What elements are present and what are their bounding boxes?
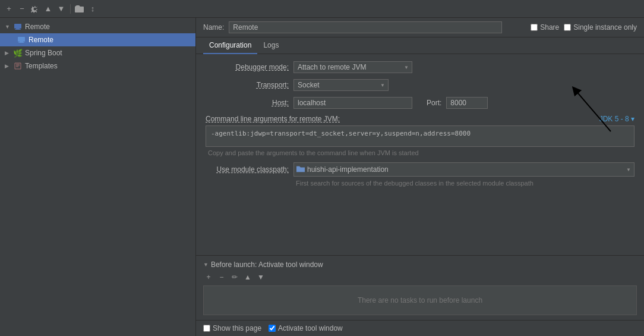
tab-content-configuration: Debugger mode: Attach to remote JVM List…: [196, 54, 644, 255]
svg-rect-1: [14, 24, 21, 29]
show-page-label: Show this page: [213, 324, 261, 332]
cmd-args-section: Command line arguments for remote JVM: J…: [206, 115, 634, 156]
transport-label: Transport:: [206, 81, 289, 89]
sidebar-spring-label: Spring Boot: [25, 49, 62, 57]
bl-add-btn[interactable]: +: [203, 272, 214, 282]
before-launch-header[interactable]: ▼ Before launch: Activate tool window: [203, 260, 637, 269]
svg-rect-6: [18, 42, 24, 43]
sidebar-item-remote-child[interactable]: Remote: [0, 33, 195, 46]
tab-logs[interactable]: Logs: [257, 37, 285, 54]
up-btn[interactable]: ▲: [43, 4, 53, 14]
activate-window-checkbox[interactable]: [269, 325, 276, 332]
remove-btn[interactable]: −: [17, 4, 27, 14]
debugger-mode-select-wrap: Attach to remote JVM Listen to remote JV…: [293, 61, 412, 73]
cmd-args-value: -agentlib:jdwp=transport=dt_socket,serve…: [211, 130, 471, 137]
header-right: Share Single instance only: [531, 23, 637, 32]
settings-btn[interactable]: [30, 4, 40, 14]
templates-icon: [13, 61, 23, 71]
host-port-row: Host: Port:: [206, 97, 634, 109]
module-classpath-select[interactable]: huishi-api-implementation: [293, 162, 634, 177]
cmd-header: Command line arguments for remote JVM: J…: [206, 115, 634, 123]
port-input[interactable]: [446, 97, 488, 109]
svg-rect-4: [18, 37, 25, 42]
host-input[interactable]: [293, 97, 412, 109]
right-panel: Name: Share Single instance only Configu…: [196, 18, 644, 336]
cmd-args-label: Command line arguments for remote JVM:: [206, 115, 340, 123]
single-instance-wrap: Single instance only: [564, 23, 637, 32]
sidebar-item-remote-root[interactable]: ▼ Remote: [0, 20, 195, 33]
spring-boot-icon: 🌿: [13, 48, 23, 58]
sidebar-remote-child-label: Remote: [29, 36, 53, 44]
module-classpath-row: Use module classpath: huishi-api-impleme…: [206, 162, 634, 177]
tree-arrow-templates: ▶: [5, 63, 11, 69]
sidebar-templates-label: Templates: [25, 62, 58, 70]
show-page-checkbox[interactable]: [203, 325, 210, 332]
add-btn[interactable]: +: [4, 4, 14, 14]
sort-btn[interactable]: ↕: [87, 4, 98, 14]
transport-select[interactable]: Socket Shared memory: [293, 79, 389, 91]
module-hint: First search for sources of the debugged…: [206, 179, 634, 188]
jdk-link[interactable]: JDK 5 - 8 ▾: [599, 115, 634, 123]
port-label: Port:: [427, 99, 441, 107]
cmd-hint: Copy and paste the arguments to the comm…: [206, 149, 634, 156]
before-launch-toolbar: + − ✏ ▲ ▼: [203, 272, 637, 282]
debugger-mode-label: Debugger mode:: [206, 63, 289, 71]
activate-window-wrap: Activate tool window: [269, 324, 343, 332]
show-page-wrap: Show this page: [203, 324, 261, 332]
bl-edit-btn[interactable]: ✏: [229, 272, 240, 282]
svg-rect-5: [20, 42, 23, 42]
name-input[interactable]: [229, 21, 502, 33]
cmd-args-box: -agentlib:jdwp=transport=dt_socket,serve…: [206, 125, 634, 147]
tree-arrow-remote: ▼: [5, 24, 11, 30]
before-launch-empty-text: There are no tasks to run before launch: [358, 296, 482, 304]
bl-down-btn[interactable]: ▼: [255, 272, 266, 282]
main-content: ▼ Remote Remote ▶: [0, 18, 644, 336]
sidebar-root-label: Remote: [25, 23, 50, 31]
footer: Show this page Activate tool window: [196, 320, 644, 336]
sidebar-item-spring-boot[interactable]: ▶ 🌿 Spring Boot: [0, 46, 195, 59]
single-instance-checkbox[interactable]: [564, 24, 571, 31]
config-header: Name: Share Single instance only: [196, 18, 644, 37]
module-select-wrap: huishi-api-implementation ▼: [293, 162, 634, 177]
toolbar-sep: [70, 4, 71, 14]
activate-window-label: Activate tool window: [278, 324, 343, 332]
tab-configuration[interactable]: Configuration: [203, 37, 257, 54]
folder-btn[interactable]: [74, 4, 85, 14]
bl-up-btn[interactable]: ▲: [242, 272, 253, 282]
before-launch-title: Before launch: Activate tool window: [211, 260, 323, 269]
share-label: Share: [540, 23, 559, 32]
tabs-bar: Configuration Logs: [196, 37, 644, 54]
name-label: Name:: [203, 23, 224, 32]
debugger-mode-row: Debugger mode: Attach to remote JVM List…: [206, 61, 634, 73]
tree-arrow-spring: ▶: [5, 50, 11, 56]
transport-select-wrap: Socket Shared memory ▼: [293, 79, 389, 91]
toolbar: + − ▲ ▼ ↕: [0, 0, 644, 18]
down-btn[interactable]: ▼: [56, 4, 67, 14]
remote-root-icon: [13, 22, 23, 32]
module-classpath-label: Use module classpath:: [206, 165, 289, 174]
bl-remove-btn[interactable]: −: [216, 272, 227, 282]
single-instance-label: Single instance only: [573, 23, 637, 32]
share-wrap: Share: [531, 23, 559, 32]
arrow-container: -agentlib:jdwp=transport=dt_socket,serve…: [206, 125, 634, 147]
before-launch-toggle: ▼: [203, 262, 209, 268]
before-launch-section: ▼ Before launch: Activate tool window + …: [196, 255, 644, 320]
sidebar: ▼ Remote Remote ▶: [0, 18, 196, 336]
share-checkbox[interactable]: [531, 24, 538, 31]
svg-rect-0: [75, 7, 84, 12]
sidebar-item-templates[interactable]: ▶ Templates: [0, 59, 195, 73]
transport-row: Transport: Socket Shared memory ▼: [206, 79, 634, 91]
before-launch-empty: There are no tasks to run before launch: [203, 285, 637, 315]
debugger-mode-select[interactable]: Attach to remote JVM Listen to remote JV…: [293, 61, 412, 73]
svg-rect-3: [15, 29, 21, 30]
host-label: Host:: [206, 99, 289, 107]
remote-child-icon: [17, 35, 26, 45]
